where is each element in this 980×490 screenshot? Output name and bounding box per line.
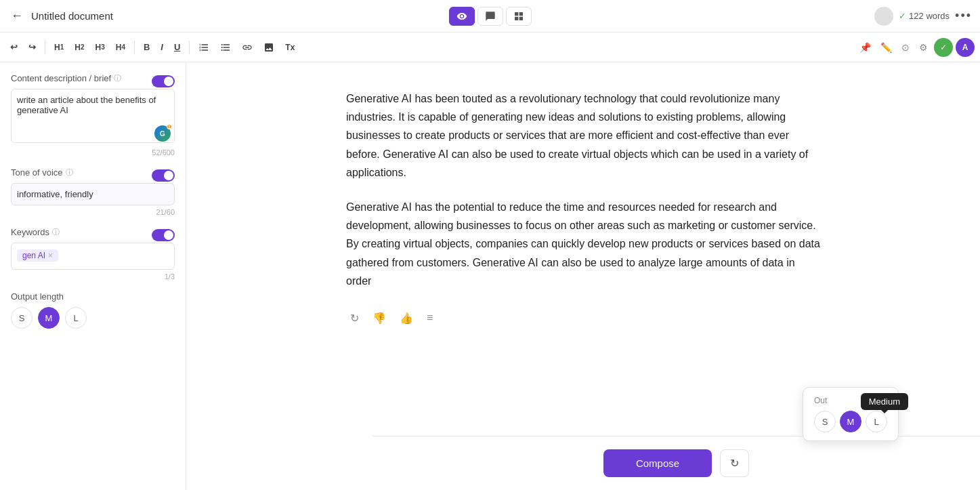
content-label-row: Content description / brief ⓘ [11,73,175,89]
italic-button[interactable]: I [156,39,168,56]
settings-icon[interactable]: ⚙ [916,39,931,56]
length-m-button[interactable]: M [38,307,60,329]
popup-m-button[interactable]: M [840,411,861,432]
grammarly-badge: G 1 [154,125,171,142]
bold-button[interactable]: B [139,39,154,56]
thumbup-button[interactable]: 👍 [396,309,417,327]
content-info-icon: ⓘ [114,73,121,83]
topbar-center [449,7,532,26]
h4-button[interactable]: H4 [111,39,130,56]
back-button[interactable]: ← [8,6,26,26]
regenerate-button[interactable]: ↻ [346,309,363,327]
thumbdown-button[interactable]: 👎 [368,309,390,327]
tone-input[interactable] [11,183,175,205]
tone-label-row: Tone of voice ⓘ [11,167,175,183]
comment-view-button[interactable] [477,7,503,26]
editor-area: Generative AI has been touted as a revol… [186,62,980,490]
edit-icon[interactable]: ✏️ [877,39,895,56]
topbar-left: ← Untitled document [8,6,869,26]
clear-format-button[interactable]: Tx [280,39,299,56]
keywords-label: Keywords ⓘ [11,227,60,237]
content-label: Content description / brief ⓘ [11,73,121,83]
keywords-count: 1/3 [11,272,175,281]
ai-feedback-bar: ↻ 👎 👍 ≡ [346,306,820,330]
tone-toggle[interactable] [152,169,175,182]
medium-tooltip: Medium [861,393,908,410]
keyword-tag: gen AI × [17,249,58,262]
pin-icon[interactable]: 📌 [856,39,874,56]
check-icon: ✓ [899,11,906,21]
toolbar-divider-1 [45,41,45,54]
paragraph-2: Generative AI has the potential to reduc… [346,198,820,290]
paragraph-1: Generative AI has been touted as a revol… [346,89,820,182]
h2-button[interactable]: H2 [70,39,89,56]
paragraph-2-container: Generative AI has the potential to reduc… [346,198,820,330]
keywords-info-icon: ⓘ [52,227,60,237]
length-l-button[interactable]: L [65,307,87,329]
main-layout: Content description / brief ⓘ G 1 52/600 [0,62,980,490]
keywords-toggle[interactable] [152,229,175,241]
grammarly-button[interactable]: G 1 [154,125,171,142]
keywords-section: Keywords ⓘ gen AI × 1/3 [11,227,175,281]
collaborator-avatar [874,7,893,26]
link-button[interactable] [237,39,257,56]
unordered-list-button[interactable] [215,39,236,56]
user-avatar: A [956,38,975,57]
tone-info-icon: ⓘ [66,167,73,178]
document-title: Untitled document [31,10,113,22]
tone-section: Tone of voice ⓘ 21/60 [11,167,175,216]
sidebar: Content description / brief ⓘ G 1 52/600 [0,62,186,490]
keywords-area: gen AI × [11,243,175,270]
h3-button[interactable]: H3 [90,39,109,56]
content-textarea-wrapper: G 1 [11,89,175,146]
output-length-section: Output length S M L [11,291,175,329]
bottom-bar: Compose ↻ Out S M L Medium [372,436,980,490]
image-button[interactable] [259,39,279,56]
content-description-section: Content description / brief ⓘ G 1 52/600 [11,73,175,157]
preview-view-button[interactable] [449,7,475,26]
h1-button[interactable]: H1 [49,39,68,56]
compose-button[interactable]: Compose [603,449,712,477]
tone-label: Tone of voice ⓘ [11,167,73,178]
circle-icon[interactable]: ⊙ [898,39,913,56]
keywords-label-row: Keywords ⓘ [11,227,175,243]
refresh-button[interactable]: ↻ [720,449,749,477]
length-buttons: S M L [11,307,175,329]
content-textarea[interactable] [11,89,175,143]
ordered-list-button[interactable] [194,39,214,56]
word-count: ✓ 122 words [899,11,950,21]
list-feedback-button[interactable]: ≡ [423,309,437,327]
popup-l-button[interactable]: L [866,411,887,432]
content-char-count: 52/600 [11,148,175,157]
popup-length-buttons: S M L [814,411,887,432]
more-options-button[interactable]: ••• [955,9,972,23]
undo-button[interactable]: ↩ [5,39,22,56]
word-count-label: 122 words [909,11,950,21]
tone-char-count: 21/60 [11,208,175,216]
green-shield-icon: ✓ [934,38,953,57]
underline-button[interactable]: U [169,39,185,56]
grammarly-notification: 1 [167,124,172,129]
toolbar-right-icons: 📌 ✏️ ⊙ ⚙ ✓ A [856,38,975,57]
keyword-remove-button[interactable]: × [48,251,53,260]
content-toggle[interactable] [152,75,175,87]
layout-view-button[interactable] [506,7,532,26]
length-s-button[interactable]: S [11,307,33,329]
toolbar-divider-3 [189,41,190,54]
editor-toolbar: ↩ ↪ H1 H2 H3 H4 B I U Tx 📌 ✏️ ⊙ ⚙ ✓ A [0,33,980,62]
editor-content: Generative AI has been touted as a revol… [346,89,820,330]
topbar-right: ✓ 122 words ••• [874,7,972,26]
redo-button[interactable]: ↪ [24,39,41,56]
toolbar-divider-2 [134,41,135,54]
topbar: ← Untitled document ✓ 122 words ••• [0,0,980,33]
popup-s-button[interactable]: S [814,411,836,432]
output-length-label: Output length [11,291,175,302]
